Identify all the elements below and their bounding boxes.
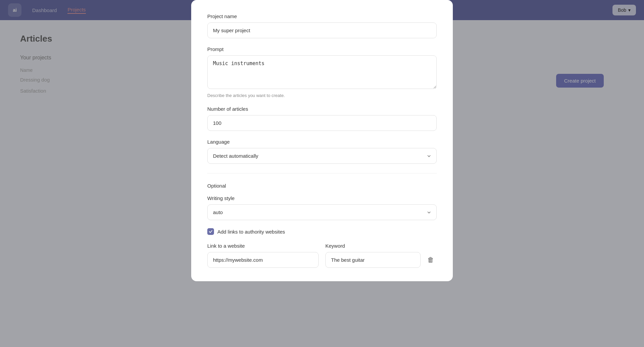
num-articles-group: Number of articles (207, 106, 437, 131)
writing-style-label: Writing style (207, 195, 437, 201)
link-website-group: Link to a website (207, 243, 319, 268)
create-project-modal: Project name Prompt Music instruments De… (191, 0, 453, 281)
language-label: Language (207, 139, 437, 145)
trash-icon: 🗑 (427, 256, 434, 264)
keyword-group: Keyword 🗑 (325, 243, 437, 268)
prompt-hint: Describe the articles you want to create… (207, 93, 437, 98)
writing-style-select[interactable]: auto formal casual technical (207, 204, 437, 220)
section-divider (207, 173, 437, 174)
modal-overlay: Project name Prompt Music instruments De… (0, 0, 644, 347)
link-website-input[interactable] (207, 252, 319, 268)
keyword-input-row: 🗑 (325, 252, 437, 268)
language-group: Language Detect automatically English Sp… (207, 139, 437, 164)
project-name-input[interactable] (207, 22, 437, 38)
link-website-label: Link to a website (207, 243, 319, 249)
authority-links-checkbox[interactable] (207, 228, 214, 235)
num-articles-label: Number of articles (207, 106, 437, 112)
authority-links-row: Add links to authority websites (207, 228, 437, 235)
project-name-group: Project name (207, 13, 437, 38)
link-keyword-row: Link to a website Keyword 🗑 (207, 243, 437, 268)
prompt-label: Prompt (207, 46, 437, 52)
keyword-label: Keyword (325, 243, 437, 249)
authority-links-label: Add links to authority websites (217, 229, 285, 235)
optional-section-label: Optional (207, 183, 437, 189)
language-select[interactable]: Detect automatically English Spanish Fre… (207, 148, 437, 164)
delete-keyword-button[interactable]: 🗑 (425, 253, 437, 266)
prompt-group: Prompt Music instruments Describe the ar… (207, 46, 437, 98)
keyword-input[interactable] (325, 252, 421, 268)
num-articles-input[interactable] (207, 115, 437, 131)
writing-style-group: Writing style auto formal casual technic… (207, 195, 437, 220)
project-name-label: Project name (207, 13, 437, 19)
prompt-textarea[interactable]: Music instruments (207, 55, 437, 89)
